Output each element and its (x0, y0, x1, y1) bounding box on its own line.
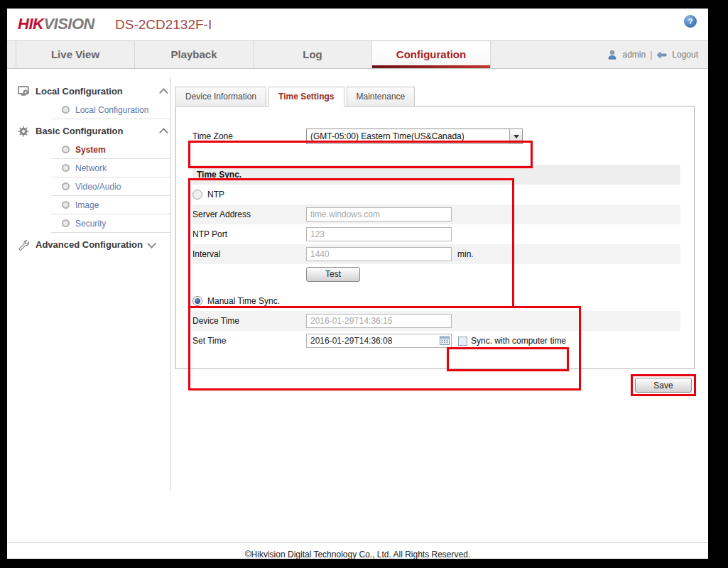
sidebar-group-label: Local Configuration (36, 86, 123, 97)
sidebar-item-image[interactable]: Image (18, 196, 171, 214)
sidebar-group-advanced-configuration[interactable]: Advanced Configuration (18, 235, 171, 254)
sidebar-item-label: Security (75, 219, 106, 229)
ntp-port-input[interactable] (306, 227, 452, 241)
bullet-icon (62, 164, 70, 172)
sidebar-divider (51, 119, 171, 119)
footer: ©Hikvision Digital Technology Co., Ltd. … (7, 542, 708, 559)
sidebar-content-divider (170, 78, 171, 490)
tab-maintenance[interactable]: Maintenance (347, 87, 415, 106)
sidebar-item-video-audio[interactable]: Video/Audio (18, 178, 171, 195)
help-icon[interactable]: ? (684, 15, 697, 28)
manual-time-sync-section: Manual Time Sync. Device Time Set Time (192, 291, 680, 351)
sidebar-item-label: Video/Audio (75, 182, 121, 192)
interval-row: Interval min. (192, 244, 680, 264)
sidebar-item-label: Local Configuration (75, 105, 148, 115)
server-address-row: Server Address (192, 204, 680, 224)
bullet-icon (62, 201, 70, 209)
annotation-box-sync-checkbox (447, 347, 569, 371)
chevron-up-icon (159, 128, 168, 137)
timezone-label: Time Zone (192, 131, 306, 141)
device-time-row: Device Time (192, 311, 680, 331)
calendar-icon[interactable] (440, 336, 450, 345)
sidebar-item-label: Network (75, 163, 107, 173)
ntp-row: NTP (192, 185, 680, 204)
server-address-input[interactable] (306, 207, 452, 222)
user-separator: | (650, 50, 652, 60)
main-nav-tabs: Live View Playback Log Configuration (16, 41, 491, 68)
main-navbar: Live View Playback Log Configuration adm… (7, 40, 708, 69)
timezone-select[interactable]: (GMT-05:00) Eastern Time(US&Canada) (306, 129, 523, 144)
tab-time-settings[interactable]: Time Settings (268, 87, 344, 106)
manual-time-sync-row: Manual Time Sync. (192, 291, 680, 311)
logout-icon (656, 49, 668, 60)
ntp-port-row: NTP Port (192, 224, 680, 244)
time-sync-header: Time Sync. (192, 165, 680, 185)
set-time-label: Set Time (192, 336, 306, 346)
sidebar-group-label: Advanced Configuration (36, 239, 143, 250)
server-address-label: Server Address (192, 209, 306, 219)
manual-time-sync-label: Manual Time Sync. (207, 296, 280, 306)
annotation-box-save: Save (631, 374, 696, 396)
hikvision-logo: HIKVISION (18, 15, 94, 33)
sidebar-item-local-configuration[interactable]: Local Configuration (18, 101, 171, 119)
wrench-icon (18, 239, 30, 250)
sync-computer-time-label: Sync. with computer time (471, 336, 566, 346)
sidebar-item-network[interactable]: Network (18, 159, 171, 177)
ntp-port-label: NTP Port (192, 229, 306, 239)
chevron-up-icon (159, 88, 168, 97)
bullet-icon (62, 182, 70, 190)
user-area: admin | Logout (607, 41, 698, 68)
time-sync-section: Time Sync. NTP Server Address NTP Port I… (192, 165, 680, 284)
time-sync-title: Time Sync. (197, 170, 241, 180)
interval-unit: min. (457, 249, 474, 259)
app-window: HIKVISION DS-2CD2132F-I ? Live View Play… (7, 9, 708, 559)
sidebar: Local Configuration Local Configuration … (18, 80, 171, 254)
device-model-title: DS-2CD2132F-I (115, 17, 212, 33)
sidebar-group-local-configuration[interactable]: Local Configuration (18, 82, 171, 101)
timezone-dropdown-button[interactable] (509, 129, 522, 143)
device-time-label: Device Time (192, 316, 306, 326)
logo-vision: VISION (43, 15, 94, 33)
timezone-row: Time Zone (GMT-05:00) Eastern Time(US&Ca… (192, 128, 523, 145)
gear-icon (18, 126, 30, 136)
user-icon (607, 49, 618, 60)
bullet-icon (62, 106, 70, 114)
sync-computer-time-checkbox[interactable] (458, 337, 467, 346)
copyright-text: ©Hikvision Digital Technology Co., Ltd. … (245, 550, 470, 559)
sidebar-group-label: Basic Configuration (36, 126, 124, 136)
nav-tab-configuration[interactable]: Configuration (372, 41, 491, 68)
test-row: Test (192, 264, 680, 284)
sidebar-item-label: Image (75, 200, 99, 210)
user-name: admin (622, 50, 646, 60)
ntp-radio[interactable] (192, 190, 202, 200)
nav-tab-log[interactable]: Log (254, 41, 372, 68)
ntp-label: NTP (207, 190, 224, 200)
set-time-input[interactable] (306, 334, 452, 348)
nav-tab-live-view[interactable]: Live View (16, 41, 135, 68)
tab-device-information[interactable]: Device Information (175, 87, 266, 106)
chevron-down-icon (147, 239, 156, 248)
save-button[interactable]: Save (635, 378, 692, 393)
bullet-icon (62, 146, 70, 153)
settings-tabs: Device Information Time Settings Mainten… (175, 87, 695, 106)
set-time-input-wrap (306, 334, 452, 348)
chevron-down-icon (514, 135, 519, 138)
content-area: Device Information Time Settings Mainten… (175, 87, 695, 369)
logout-link[interactable]: Logout (672, 50, 698, 60)
logo-hik: HIK (18, 15, 43, 33)
time-settings-panel: Time Zone (GMT-05:00) Eastern Time(US&Ca… (175, 106, 695, 369)
test-button[interactable]: Test (306, 267, 360, 282)
manual-time-sync-radio[interactable] (192, 296, 202, 306)
device-time-input[interactable] (306, 314, 452, 328)
sidebar-item-system[interactable]: System (18, 141, 171, 158)
monitor-gear-icon (18, 86, 30, 97)
interval-input[interactable] (306, 247, 452, 261)
interval-label: Interval (192, 249, 306, 259)
sidebar-divider (51, 232, 171, 233)
header: HIKVISION DS-2CD2132F-I ? (7, 9, 708, 40)
bullet-icon (62, 219, 70, 227)
nav-tab-playback[interactable]: Playback (135, 41, 254, 68)
set-time-row: Set Time Sync. with computer time (192, 331, 680, 351)
sidebar-item-security[interactable]: Security (18, 214, 171, 232)
sidebar-group-basic-configuration[interactable]: Basic Configuration (18, 121, 171, 141)
